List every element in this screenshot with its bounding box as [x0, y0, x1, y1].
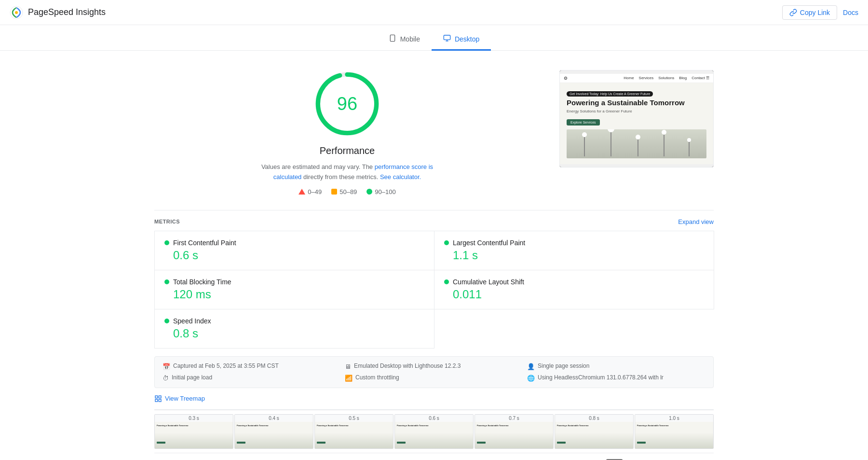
pass-range: 90–100 — [375, 188, 395, 195]
performance-score: 96 — [337, 94, 357, 114]
treemap-row: View Treemap — [154, 388, 714, 410]
info-browser: 🌐 Using HeadlessChromium 131.0.6778.264 … — [527, 374, 705, 382]
frame-time-2: 0.4 s — [235, 415, 313, 422]
preview-body: Get Involved Today: Help Us Create A Gre… — [560, 83, 713, 164]
pagespeed-logo — [10, 6, 23, 19]
view-treemap-link[interactable]: View Treemap — [154, 395, 205, 403]
website-preview: ⊙ Home Services Solutions Blog Contact ☰… — [560, 74, 713, 164]
score-screenshot-row: 96 Performance Values are estimated and … — [154, 60, 714, 210]
filmstrip-frame-2: 0.4 s Powering a Sustainable Tomorrow — [234, 414, 313, 449]
audits-footer: Show audits relevant to: All FCP LCP TBT… — [154, 453, 714, 460]
metric-fcp: First Contentful Paint 0.6 s — [154, 231, 434, 270]
windmill-1 — [582, 131, 587, 156]
legend-pass: 90–100 — [366, 188, 395, 195]
performance-label: Performance — [320, 145, 375, 156]
si-name: Speed Index — [173, 317, 211, 325]
score-note: Values are estimated and may vary. The p… — [256, 162, 439, 182]
info-captured-text: Captured at Feb 5, 2025 at 3:55 PM CST — [173, 362, 279, 369]
svg-rect-10 — [159, 396, 161, 398]
score-note-suffix: directly from these metrics. — [301, 173, 378, 181]
windmill-4 — [662, 129, 666, 156]
fcp-name: First Contentful Paint — [173, 239, 236, 247]
frame-img-3: Powering a Sustainable Tomorrow — [315, 422, 393, 448]
windmill-5 — [687, 137, 691, 156]
legend-fail: 0–49 — [298, 188, 322, 195]
svg-point-1 — [15, 11, 18, 14]
info-session: 👤 Single page session — [527, 362, 705, 370]
si-value: 0.8 s — [164, 327, 424, 340]
info-pageload-text: Initial page load — [172, 374, 212, 381]
preview-sub: Energy Solutions for a Greener Future — [567, 109, 706, 113]
fail-range: 0–49 — [308, 188, 322, 195]
tbt-status-dot — [164, 279, 169, 284]
score-legend: 0–49 50–89 90–100 — [298, 188, 395, 195]
docs-link[interactable]: Docs — [843, 9, 858, 16]
clock-icon: ⏱ — [163, 375, 169, 382]
filmstrip-frame-4: 0.6 s Powering a Sustainable Tomorrow — [394, 414, 474, 449]
see-calculator-link[interactable]: See calculator. — [380, 173, 421, 181]
tab-mobile[interactable]: Mobile — [377, 29, 432, 51]
svg-rect-4 — [444, 35, 450, 40]
treemap-label: View Treemap — [165, 395, 205, 402]
svg-rect-11 — [155, 399, 158, 402]
info-bar: 📅 Captured at Feb 5, 2025 at 3:55 PM CST… — [154, 356, 714, 388]
preview-button: Explore Services — [567, 119, 600, 125]
windmill-3 — [636, 134, 640, 156]
cls-status-dot — [444, 279, 449, 284]
metrics-section-label: METRICS — [154, 219, 180, 224]
metric-si: Speed Index 0.8 s — [154, 309, 434, 348]
metrics-header: METRICS Expand view — [154, 210, 714, 231]
frame-time-5: 0.7 s — [475, 415, 553, 422]
user-icon: 👤 — [527, 363, 535, 370]
svg-rect-9 — [155, 396, 158, 398]
frame-time-1: 0.3 s — [155, 415, 233, 422]
legend-average: 50–89 — [331, 188, 357, 195]
metric-cls-header: Cumulative Layout Shift — [444, 278, 704, 286]
header-right: Copy Link Docs — [782, 5, 858, 20]
link-icon — [789, 9, 797, 16]
lcp-status-dot — [444, 240, 449, 245]
filmstrip-frame-6: 0.8 s Powering a Sustainable Tomorrow — [555, 414, 634, 449]
frame-img-1: Powering a Sustainable Tomorrow — [155, 422, 233, 448]
average-range: 50–89 — [339, 188, 357, 195]
filmstrip: 0.3 s Powering a Sustainable Tomorrow 0.… — [154, 410, 714, 453]
frame-img-4: Powering a Sustainable Tomorrow — [395, 422, 473, 448]
metric-tbt-header: Total Blocking Time — [164, 278, 424, 286]
metric-si-header: Speed Index — [164, 317, 424, 325]
frame-img-2: Powering a Sustainable Tomorrow — [235, 422, 313, 448]
info-pageload: ⏱ Initial page load — [163, 374, 341, 382]
tab-mobile-label: Mobile — [400, 35, 420, 43]
si-status-dot — [164, 319, 169, 323]
desktop-icon — [443, 34, 451, 43]
frame-time-4: 0.6 s — [395, 415, 473, 422]
copy-link-button[interactable]: Copy Link — [782, 5, 837, 20]
preview-logo-text: ⊙ — [564, 76, 568, 81]
preview-badge: Get Involved Today: Help Us Create A Gre… — [567, 91, 653, 97]
metric-fcp-header: First Contentful Paint — [164, 239, 424, 247]
preview-nav: Home Services Solutions Blog Contact ☰ — [571, 76, 709, 80]
tbt-name: Total Blocking Time — [173, 278, 231, 286]
frame-time-7: 1.0 s — [635, 415, 713, 422]
info-session-text: Single page session — [538, 362, 589, 369]
fcp-status-dot — [164, 240, 169, 245]
expand-view-link[interactable]: Expand view — [678, 218, 714, 225]
frame-img-7: Powering a Sustainable Tomorrow — [635, 422, 713, 448]
info-browser-text: Using HeadlessChromium 131.0.6778.264 wi… — [538, 374, 664, 381]
lcp-value: 1.1 s — [444, 249, 704, 262]
fcp-value: 0.6 s — [164, 249, 424, 262]
tbt-value: 120 ms — [164, 288, 424, 301]
tab-desktop[interactable]: Desktop — [432, 29, 491, 51]
score-note-prefix: Values are estimated and may vary. The — [261, 163, 375, 170]
tab-desktop-label: Desktop — [455, 35, 479, 43]
frame-time-6: 0.8 s — [555, 415, 633, 422]
frame-img-5: Powering a Sustainable Tomorrow — [475, 422, 553, 448]
treemap-icon — [154, 395, 162, 403]
performance-gauge: 96 — [313, 70, 381, 138]
tabs-container: Mobile Desktop — [0, 25, 868, 51]
calendar-icon: 📅 — [163, 363, 170, 370]
screenshot-frame: ⊙ Home Services Solutions Blog Contact ☰… — [559, 70, 714, 167]
filmstrip-frame-7: 1.0 s Powering a Sustainable Tomorrow — [635, 414, 714, 449]
metric-lcp-header: Largest Contentful Paint — [444, 239, 704, 247]
average-icon — [331, 189, 337, 195]
monitor-icon: 🖥 — [345, 363, 351, 370]
